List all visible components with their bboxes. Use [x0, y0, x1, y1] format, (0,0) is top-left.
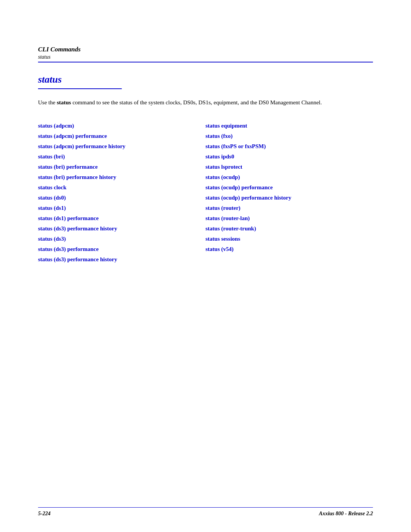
link-left-0[interactable]: status (adpcm) — [38, 121, 206, 131]
link-left-4[interactable]: status (bri) performance — [38, 162, 206, 172]
link-left-3[interactable]: status (bri) — [38, 152, 206, 162]
header-subtitle: status — [38, 54, 373, 60]
footer-page-number: 5-224 — [38, 511, 51, 517]
main-content: status Use the status command to see the… — [0, 62, 411, 265]
link-right-4[interactable]: status lsprotect — [206, 162, 373, 172]
page-title: status — [38, 74, 373, 85]
link-left-7[interactable]: status (ds0) — [38, 193, 206, 203]
link-left-9[interactable]: status (ds1) performance — [38, 213, 206, 224]
link-left-5[interactable]: status (bri) performance history — [38, 172, 206, 182]
link-right-2[interactable]: status (fxsPS or fxsPSM) — [206, 141, 373, 152]
link-right-0[interactable]: status equipment — [206, 121, 373, 131]
link-right-7[interactable]: status (ocudp) performance history — [206, 193, 373, 203]
link-left-10[interactable]: status (ds3) performance history — [38, 224, 206, 234]
link-right-6[interactable]: status (ocudp) performance — [206, 182, 373, 193]
link-left-13[interactable]: status (ds3) performance history — [38, 254, 206, 265]
link-left-8[interactable]: status (ds1) — [38, 203, 206, 213]
link-left-2[interactable]: status (adpcm) performance history — [38, 141, 206, 152]
links-column-right: status equipmentstatus (fxo)status (fxsP… — [206, 121, 373, 265]
page-container: CLI Commands status status Use the statu… — [0, 0, 411, 532]
description: Use the status command to see the status… — [38, 98, 335, 107]
link-right-10[interactable]: status (router-trunk) — [206, 224, 373, 234]
links-container: status (adpcm)status (adpcm) performance… — [38, 121, 373, 265]
footer-product-name: Axxius 800 - Release 2.2 — [319, 511, 373, 517]
link-left-11[interactable]: status (ds3) — [38, 234, 206, 244]
link-left-1[interactable]: status (adpcm) performance — [38, 131, 206, 141]
header-section: CLI Commands status — [0, 0, 411, 62]
header-title: CLI Commands — [38, 46, 373, 53]
links-column-left: status (adpcm)status (adpcm) performance… — [38, 121, 206, 265]
title-rule — [38, 88, 122, 89]
link-right-8[interactable]: status (router) — [206, 203, 373, 213]
link-right-5[interactable]: status (ocudp) — [206, 172, 373, 182]
link-left-12[interactable]: status (ds3) performance — [38, 244, 206, 254]
link-left-6[interactable]: status clock — [38, 182, 206, 193]
link-right-9[interactable]: status (router-lan) — [206, 213, 373, 224]
footer: 5-224 Axxius 800 - Release 2.2 — [38, 507, 373, 517]
link-right-12[interactable]: status (v54) — [206, 244, 373, 254]
link-right-3[interactable]: status ipds0 — [206, 152, 373, 162]
link-right-1[interactable]: status (fxo) — [206, 131, 373, 141]
link-right-11[interactable]: status sessions — [206, 234, 373, 244]
